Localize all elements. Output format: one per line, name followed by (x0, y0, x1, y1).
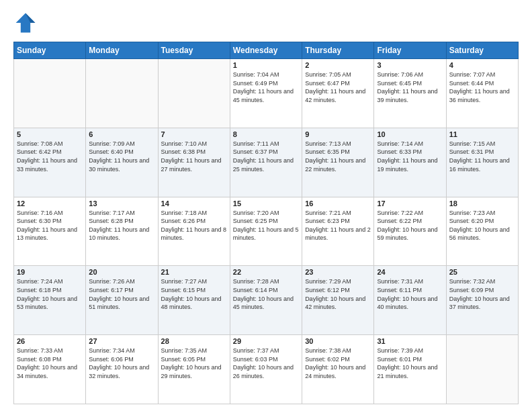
day-info: Sunrise: 7:31 AM Sunset: 6:11 PM Dayligh… (377, 277, 443, 311)
calendar-day-cell: 11Sunrise: 7:15 AM Sunset: 6:31 PM Dayli… (446, 128, 518, 197)
calendar-day-cell: 6Sunrise: 7:09 AM Sunset: 6:40 PM Daylig… (86, 128, 158, 197)
day-info: Sunrise: 7:38 AM Sunset: 6:02 PM Dayligh… (305, 347, 371, 380)
day-number: 15 (233, 199, 299, 208)
day-number: 7 (161, 130, 227, 138)
day-number: 8 (233, 130, 299, 138)
weekday-header: Saturday (446, 42, 518, 59)
day-info: Sunrise: 7:39 AM Sunset: 6:01 PM Dayligh… (377, 347, 443, 380)
calendar-day-cell: 3Sunrise: 7:06 AM Sunset: 6:45 PM Daylig… (374, 59, 446, 128)
day-number: 19 (17, 268, 83, 276)
calendar-day-cell: 31Sunrise: 7:39 AM Sunset: 6:01 PM Dayli… (374, 335, 446, 404)
day-number: 14 (161, 199, 227, 208)
day-info: Sunrise: 7:27 AM Sunset: 6:15 PM Dayligh… (161, 277, 227, 311)
calendar-table: SundayMondayTuesdayWednesdayThursdayFrid… (13, 42, 519, 404)
calendar-day-cell: 8Sunrise: 7:11 AM Sunset: 6:37 PM Daylig… (230, 128, 302, 197)
day-number: 28 (161, 337, 227, 345)
page: SundayMondayTuesdayWednesdayThursdayFrid… (0, 0, 532, 411)
day-info: Sunrise: 7:33 AM Sunset: 6:08 PM Dayligh… (17, 347, 83, 380)
weekday-header: Tuesday (158, 42, 230, 59)
day-info: Sunrise: 7:17 AM Sunset: 6:28 PM Dayligh… (89, 209, 154, 242)
day-number: 22 (233, 268, 299, 276)
header (13, 11, 519, 35)
day-number: 20 (89, 268, 154, 276)
day-info: Sunrise: 7:11 AM Sunset: 6:37 PM Dayligh… (233, 140, 299, 173)
day-info: Sunrise: 7:13 AM Sunset: 6:35 PM Dayligh… (305, 140, 371, 173)
day-number: 12 (17, 199, 83, 208)
day-info: Sunrise: 7:22 AM Sunset: 6:22 PM Dayligh… (377, 209, 443, 242)
calendar-day-cell (446, 335, 518, 404)
day-number: 9 (305, 130, 371, 138)
day-number: 13 (89, 199, 154, 208)
calendar-header: SundayMondayTuesdayWednesdayThursdayFrid… (14, 42, 519, 59)
day-number: 30 (305, 337, 371, 345)
calendar-day-cell: 21Sunrise: 7:27 AM Sunset: 6:15 PM Dayli… (158, 266, 230, 335)
day-info: Sunrise: 7:18 AM Sunset: 6:26 PM Dayligh… (161, 209, 227, 242)
calendar-day-cell: 9Sunrise: 7:13 AM Sunset: 6:35 PM Daylig… (302, 128, 374, 197)
calendar-day-cell: 16Sunrise: 7:21 AM Sunset: 6:23 PM Dayli… (302, 197, 374, 266)
weekday-header-row: SundayMondayTuesdayWednesdayThursdayFrid… (14, 42, 519, 59)
day-number: 10 (377, 130, 443, 138)
day-number: 25 (449, 268, 515, 276)
day-number: 18 (449, 199, 515, 208)
day-info: Sunrise: 7:35 AM Sunset: 6:05 PM Dayligh… (161, 347, 227, 380)
calendar-day-cell: 23Sunrise: 7:29 AM Sunset: 6:12 PM Dayli… (302, 266, 374, 335)
calendar-day-cell: 12Sunrise: 7:16 AM Sunset: 6:30 PM Dayli… (14, 197, 86, 266)
day-number: 31 (377, 337, 443, 345)
day-number: 29 (233, 337, 299, 345)
calendar-day-cell: 13Sunrise: 7:17 AM Sunset: 6:28 PM Dayli… (86, 197, 158, 266)
day-info: Sunrise: 7:09 AM Sunset: 6:40 PM Dayligh… (89, 140, 154, 173)
calendar-day-cell: 18Sunrise: 7:23 AM Sunset: 6:20 PM Dayli… (446, 197, 518, 266)
weekday-header: Wednesday (230, 42, 302, 59)
calendar-week-row: 1Sunrise: 7:04 AM Sunset: 6:49 PM Daylig… (14, 59, 519, 128)
day-number: 21 (161, 268, 227, 276)
day-info: Sunrise: 7:15 AM Sunset: 6:31 PM Dayligh… (449, 140, 515, 173)
day-info: Sunrise: 7:37 AM Sunset: 6:03 PM Dayligh… (233, 347, 299, 380)
day-info: Sunrise: 7:07 AM Sunset: 6:44 PM Dayligh… (449, 71, 515, 104)
calendar-day-cell: 22Sunrise: 7:28 AM Sunset: 6:14 PM Dayli… (230, 266, 302, 335)
day-number: 5 (17, 130, 83, 138)
day-number: 27 (89, 337, 154, 345)
day-number: 1 (233, 61, 299, 69)
calendar-day-cell: 29Sunrise: 7:37 AM Sunset: 6:03 PM Dayli… (230, 335, 302, 404)
day-info: Sunrise: 7:23 AM Sunset: 6:20 PM Dayligh… (449, 209, 515, 242)
day-info: Sunrise: 7:26 AM Sunset: 6:17 PM Dayligh… (89, 277, 154, 311)
calendar-day-cell: 10Sunrise: 7:14 AM Sunset: 6:33 PM Dayli… (374, 128, 446, 197)
calendar-body: 1Sunrise: 7:04 AM Sunset: 6:49 PM Daylig… (14, 59, 519, 404)
day-info: Sunrise: 7:20 AM Sunset: 6:25 PM Dayligh… (233, 209, 299, 242)
calendar-day-cell: 20Sunrise: 7:26 AM Sunset: 6:17 PM Dayli… (86, 266, 158, 335)
calendar-day-cell: 15Sunrise: 7:20 AM Sunset: 6:25 PM Dayli… (230, 197, 302, 266)
day-number: 2 (305, 61, 371, 69)
calendar-week-row: 26Sunrise: 7:33 AM Sunset: 6:08 PM Dayli… (14, 335, 519, 404)
day-number: 11 (449, 130, 515, 138)
day-number: 3 (377, 61, 443, 69)
logo-icon (13, 11, 38, 35)
day-number: 24 (377, 268, 443, 276)
day-number: 17 (377, 199, 443, 208)
calendar-day-cell: 7Sunrise: 7:10 AM Sunset: 6:38 PM Daylig… (158, 128, 230, 197)
calendar-week-row: 12Sunrise: 7:16 AM Sunset: 6:30 PM Dayli… (14, 197, 519, 266)
day-info: Sunrise: 7:08 AM Sunset: 6:42 PM Dayligh… (17, 140, 83, 173)
day-info: Sunrise: 7:04 AM Sunset: 6:49 PM Dayligh… (233, 71, 299, 104)
day-number: 26 (17, 337, 83, 345)
day-info: Sunrise: 7:29 AM Sunset: 6:12 PM Dayligh… (305, 277, 371, 311)
calendar-day-cell (158, 59, 230, 128)
calendar-week-row: 5Sunrise: 7:08 AM Sunset: 6:42 PM Daylig… (14, 128, 519, 197)
calendar-day-cell: 30Sunrise: 7:38 AM Sunset: 6:02 PM Dayli… (302, 335, 374, 404)
day-info: Sunrise: 7:28 AM Sunset: 6:14 PM Dayligh… (233, 277, 299, 311)
day-info: Sunrise: 7:21 AM Sunset: 6:23 PM Dayligh… (305, 209, 371, 242)
calendar-day-cell: 2Sunrise: 7:05 AM Sunset: 6:47 PM Daylig… (302, 59, 374, 128)
weekday-header: Monday (86, 42, 158, 59)
weekday-header: Sunday (14, 42, 86, 59)
calendar-day-cell: 17Sunrise: 7:22 AM Sunset: 6:22 PM Dayli… (374, 197, 446, 266)
logo (13, 11, 42, 35)
calendar-day-cell: 28Sunrise: 7:35 AM Sunset: 6:05 PM Dayli… (158, 335, 230, 404)
calendar-day-cell (14, 59, 86, 128)
day-info: Sunrise: 7:06 AM Sunset: 6:45 PM Dayligh… (377, 71, 443, 104)
weekday-header: Friday (374, 42, 446, 59)
day-info: Sunrise: 7:32 AM Sunset: 6:09 PM Dayligh… (449, 277, 515, 311)
calendar-day-cell (86, 59, 158, 128)
calendar-day-cell: 4Sunrise: 7:07 AM Sunset: 6:44 PM Daylig… (446, 59, 518, 128)
calendar-day-cell: 19Sunrise: 7:24 AM Sunset: 6:18 PM Dayli… (14, 266, 86, 335)
day-info: Sunrise: 7:05 AM Sunset: 6:47 PM Dayligh… (305, 71, 371, 104)
calendar-day-cell: 27Sunrise: 7:34 AM Sunset: 6:06 PM Dayli… (86, 335, 158, 404)
